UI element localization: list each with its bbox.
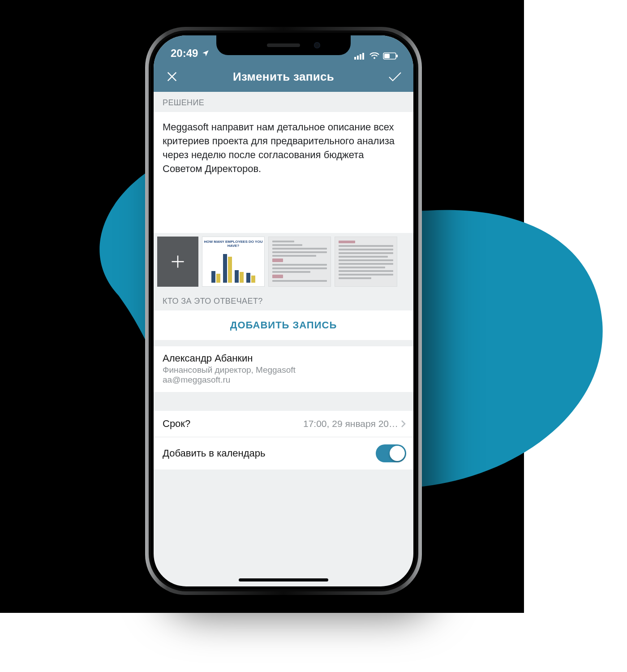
check-icon [388, 70, 402, 83]
attachment-thumb-chart[interactable]: HOW MANY EMPLOYEES DO YOU HAVE? [202, 237, 265, 287]
decision-section-label: РЕШЕНИЕ [154, 92, 413, 112]
nav-title: Изменить запись [180, 70, 387, 84]
calendar-toggle[interactable] [376, 444, 406, 462]
person-email: aa@meggasoft.ru [163, 375, 404, 385]
battery-icon [383, 52, 398, 60]
confirm-button[interactable] [387, 69, 403, 84]
chart-thumb-bars [202, 248, 264, 283]
phone-screen: 20:49 [154, 35, 413, 586]
section-gap [154, 470, 413, 487]
responsible-section-label: КТО ЗА ЭТО ОТВЕЧАЕТ? [154, 290, 413, 310]
attachments-strip: HOW MANY EMPLOYEES DO YOU HAVE? [154, 233, 413, 290]
deadline-value: 17:00, 29 января 20… [303, 418, 398, 429]
deadline-label: Срок? [163, 418, 190, 430]
home-indicator[interactable] [239, 578, 328, 582]
plus-icon [170, 254, 186, 270]
phone-frame: 20:49 [145, 27, 422, 595]
attachment-thumb-doc-2[interactable] [335, 237, 397, 287]
status-time: 20:49 [171, 47, 198, 60]
svg-rect-3 [362, 53, 364, 60]
attachment-thumb-doc-1[interactable] [268, 237, 331, 287]
calendar-label: Добавить в календарь [163, 448, 265, 459]
svg-rect-0 [354, 57, 356, 60]
add-to-calendar-row: Добавить в календарь [154, 437, 413, 470]
person-name: Александр Абанкин [163, 353, 404, 364]
chart-thumb-title: HOW MANY EMPLOYEES DO YOU HAVE? [202, 237, 264, 248]
svg-rect-1 [357, 56, 359, 60]
section-gap [154, 340, 413, 346]
cellular-icon [354, 52, 366, 60]
close-icon [166, 70, 178, 83]
add-record-button[interactable]: ДОБАВИТЬ ЗАПИСЬ [154, 310, 413, 340]
svg-rect-6 [396, 55, 398, 57]
nav-header: Изменить запись [154, 61, 413, 92]
add-attachment-button[interactable] [157, 237, 198, 287]
phone-notch [216, 35, 351, 55]
svg-point-4 [374, 57, 375, 59]
deadline-row[interactable]: Срок? 17:00, 29 января 20… [154, 411, 413, 437]
chevron-right-icon [401, 420, 406, 428]
wifi-icon [369, 52, 379, 60]
location-arrow-icon [202, 49, 210, 57]
person-role: Финансовый директор, Meggasoft [163, 365, 404, 375]
svg-rect-2 [360, 54, 361, 60]
decision-text-area[interactable]: Meggasoft направит нам детальное описани… [154, 112, 413, 233]
section-gap [154, 392, 413, 411]
close-button[interactable] [164, 69, 180, 84]
responsible-person-card[interactable]: Александр Абанкин Финансовый директор, M… [154, 346, 413, 392]
svg-rect-7 [384, 54, 390, 58]
